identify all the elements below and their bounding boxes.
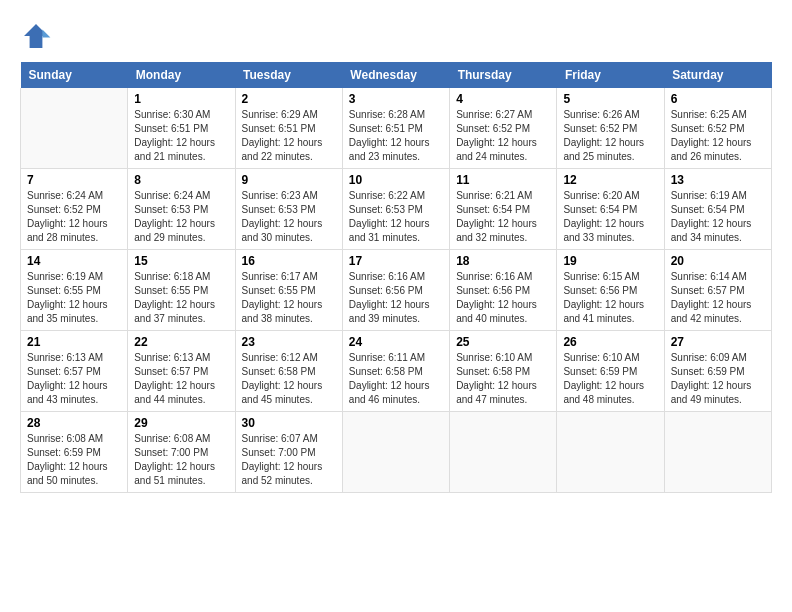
day-info: Sunrise: 6:24 AM Sunset: 6:52 PM Dayligh…	[27, 189, 121, 245]
week-row: 1Sunrise: 6:30 AM Sunset: 6:51 PM Daylig…	[21, 88, 772, 169]
day-info: Sunrise: 6:21 AM Sunset: 6:54 PM Dayligh…	[456, 189, 550, 245]
day-info: Sunrise: 6:19 AM Sunset: 6:54 PM Dayligh…	[671, 189, 765, 245]
day-number: 18	[456, 254, 550, 268]
day-info: Sunrise: 6:16 AM Sunset: 6:56 PM Dayligh…	[456, 270, 550, 326]
day-number: 6	[671, 92, 765, 106]
calendar-cell: 16Sunrise: 6:17 AM Sunset: 6:55 PM Dayli…	[235, 250, 342, 331]
calendar-cell: 3Sunrise: 6:28 AM Sunset: 6:51 PM Daylig…	[342, 88, 449, 169]
svg-marker-1	[42, 30, 50, 38]
calendar-cell: 13Sunrise: 6:19 AM Sunset: 6:54 PM Dayli…	[664, 169, 771, 250]
week-row: 21Sunrise: 6:13 AM Sunset: 6:57 PM Dayli…	[21, 331, 772, 412]
calendar-cell: 18Sunrise: 6:16 AM Sunset: 6:56 PM Dayli…	[450, 250, 557, 331]
day-number: 13	[671, 173, 765, 187]
weekday-header: Friday	[557, 62, 664, 88]
calendar-cell: 1Sunrise: 6:30 AM Sunset: 6:51 PM Daylig…	[128, 88, 235, 169]
calendar-cell: 19Sunrise: 6:15 AM Sunset: 6:56 PM Dayli…	[557, 250, 664, 331]
calendar-cell: 15Sunrise: 6:18 AM Sunset: 6:55 PM Dayli…	[128, 250, 235, 331]
calendar-cell: 7Sunrise: 6:24 AM Sunset: 6:52 PM Daylig…	[21, 169, 128, 250]
day-number: 26	[563, 335, 657, 349]
page-header	[20, 20, 772, 52]
day-number: 5	[563, 92, 657, 106]
day-number: 10	[349, 173, 443, 187]
day-info: Sunrise: 6:20 AM Sunset: 6:54 PM Dayligh…	[563, 189, 657, 245]
day-info: Sunrise: 6:22 AM Sunset: 6:53 PM Dayligh…	[349, 189, 443, 245]
weekday-header: Saturday	[664, 62, 771, 88]
calendar-header: SundayMondayTuesdayWednesdayThursdayFrid…	[21, 62, 772, 88]
day-info: Sunrise: 6:27 AM Sunset: 6:52 PM Dayligh…	[456, 108, 550, 164]
day-info: Sunrise: 6:10 AM Sunset: 6:58 PM Dayligh…	[456, 351, 550, 407]
day-number: 2	[242, 92, 336, 106]
calendar-cell: 4Sunrise: 6:27 AM Sunset: 6:52 PM Daylig…	[450, 88, 557, 169]
day-info: Sunrise: 6:30 AM Sunset: 6:51 PM Dayligh…	[134, 108, 228, 164]
day-number: 15	[134, 254, 228, 268]
day-number: 23	[242, 335, 336, 349]
calendar-cell	[342, 412, 449, 493]
week-row: 28Sunrise: 6:08 AM Sunset: 6:59 PM Dayli…	[21, 412, 772, 493]
calendar-cell: 5Sunrise: 6:26 AM Sunset: 6:52 PM Daylig…	[557, 88, 664, 169]
calendar-cell: 21Sunrise: 6:13 AM Sunset: 6:57 PM Dayli…	[21, 331, 128, 412]
weekday-header: Sunday	[21, 62, 128, 88]
logo-icon	[20, 20, 52, 52]
weekday-header: Thursday	[450, 62, 557, 88]
day-number: 3	[349, 92, 443, 106]
day-number: 21	[27, 335, 121, 349]
calendar-cell: 14Sunrise: 6:19 AM Sunset: 6:55 PM Dayli…	[21, 250, 128, 331]
calendar-cell: 10Sunrise: 6:22 AM Sunset: 6:53 PM Dayli…	[342, 169, 449, 250]
day-number: 11	[456, 173, 550, 187]
weekday-header: Wednesday	[342, 62, 449, 88]
day-number: 4	[456, 92, 550, 106]
calendar-cell	[664, 412, 771, 493]
week-row: 14Sunrise: 6:19 AM Sunset: 6:55 PM Dayli…	[21, 250, 772, 331]
day-info: Sunrise: 6:14 AM Sunset: 6:57 PM Dayligh…	[671, 270, 765, 326]
day-info: Sunrise: 6:18 AM Sunset: 6:55 PM Dayligh…	[134, 270, 228, 326]
day-number: 12	[563, 173, 657, 187]
day-info: Sunrise: 6:26 AM Sunset: 6:52 PM Dayligh…	[563, 108, 657, 164]
calendar-cell: 24Sunrise: 6:11 AM Sunset: 6:58 PM Dayli…	[342, 331, 449, 412]
week-row: 7Sunrise: 6:24 AM Sunset: 6:52 PM Daylig…	[21, 169, 772, 250]
calendar-cell: 28Sunrise: 6:08 AM Sunset: 6:59 PM Dayli…	[21, 412, 128, 493]
day-number: 25	[456, 335, 550, 349]
calendar-cell	[450, 412, 557, 493]
day-info: Sunrise: 6:23 AM Sunset: 6:53 PM Dayligh…	[242, 189, 336, 245]
day-number: 17	[349, 254, 443, 268]
day-info: Sunrise: 6:28 AM Sunset: 6:51 PM Dayligh…	[349, 108, 443, 164]
day-number: 14	[27, 254, 121, 268]
day-info: Sunrise: 6:09 AM Sunset: 6:59 PM Dayligh…	[671, 351, 765, 407]
day-info: Sunrise: 6:15 AM Sunset: 6:56 PM Dayligh…	[563, 270, 657, 326]
day-number: 28	[27, 416, 121, 430]
day-info: Sunrise: 6:10 AM Sunset: 6:59 PM Dayligh…	[563, 351, 657, 407]
day-number: 16	[242, 254, 336, 268]
day-info: Sunrise: 6:19 AM Sunset: 6:55 PM Dayligh…	[27, 270, 121, 326]
day-info: Sunrise: 6:17 AM Sunset: 6:55 PM Dayligh…	[242, 270, 336, 326]
day-info: Sunrise: 6:11 AM Sunset: 6:58 PM Dayligh…	[349, 351, 443, 407]
day-info: Sunrise: 6:13 AM Sunset: 6:57 PM Dayligh…	[27, 351, 121, 407]
calendar-cell: 23Sunrise: 6:12 AM Sunset: 6:58 PM Dayli…	[235, 331, 342, 412]
day-number: 9	[242, 173, 336, 187]
day-number: 8	[134, 173, 228, 187]
calendar-cell: 9Sunrise: 6:23 AM Sunset: 6:53 PM Daylig…	[235, 169, 342, 250]
day-info: Sunrise: 6:12 AM Sunset: 6:58 PM Dayligh…	[242, 351, 336, 407]
weekday-header: Tuesday	[235, 62, 342, 88]
day-info: Sunrise: 6:13 AM Sunset: 6:57 PM Dayligh…	[134, 351, 228, 407]
calendar-cell: 11Sunrise: 6:21 AM Sunset: 6:54 PM Dayli…	[450, 169, 557, 250]
calendar-cell: 6Sunrise: 6:25 AM Sunset: 6:52 PM Daylig…	[664, 88, 771, 169]
logo	[20, 20, 56, 52]
calendar-cell: 2Sunrise: 6:29 AM Sunset: 6:51 PM Daylig…	[235, 88, 342, 169]
day-info: Sunrise: 6:16 AM Sunset: 6:56 PM Dayligh…	[349, 270, 443, 326]
calendar-cell: 8Sunrise: 6:24 AM Sunset: 6:53 PM Daylig…	[128, 169, 235, 250]
calendar-cell: 30Sunrise: 6:07 AM Sunset: 7:00 PM Dayli…	[235, 412, 342, 493]
day-number: 1	[134, 92, 228, 106]
day-number: 7	[27, 173, 121, 187]
day-info: Sunrise: 6:25 AM Sunset: 6:52 PM Dayligh…	[671, 108, 765, 164]
calendar-table: SundayMondayTuesdayWednesdayThursdayFrid…	[20, 62, 772, 493]
day-info: Sunrise: 6:24 AM Sunset: 6:53 PM Dayligh…	[134, 189, 228, 245]
calendar-cell: 12Sunrise: 6:20 AM Sunset: 6:54 PM Dayli…	[557, 169, 664, 250]
day-number: 24	[349, 335, 443, 349]
day-number: 22	[134, 335, 228, 349]
day-number: 20	[671, 254, 765, 268]
day-number: 19	[563, 254, 657, 268]
calendar-cell: 26Sunrise: 6:10 AM Sunset: 6:59 PM Dayli…	[557, 331, 664, 412]
calendar-cell	[21, 88, 128, 169]
day-info: Sunrise: 6:08 AM Sunset: 6:59 PM Dayligh…	[27, 432, 121, 488]
calendar-cell: 22Sunrise: 6:13 AM Sunset: 6:57 PM Dayli…	[128, 331, 235, 412]
